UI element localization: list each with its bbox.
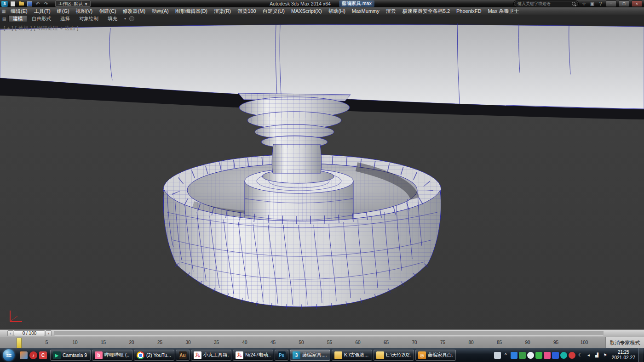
ribbon-tab[interactable]: 建模 — [8, 15, 27, 22]
favorites-icon[interactable]: ☆ — [581, 1, 587, 6]
taskbar-button-youtube-chrome[interactable]: (2) YouTu... — [134, 350, 174, 361]
next-frame-button[interactable]: › — [46, 330, 52, 336]
timeline-tick-label: 85 — [497, 340, 502, 345]
menu-item[interactable]: 帮助(H) — [325, 7, 349, 15]
taskbar: ♪C ▶ Camtasia 9 b 哔哩哔哩 (... (2) YouTu...… — [0, 348, 644, 362]
volume-tray-icon[interactable]: ◄ — [585, 352, 592, 359]
menu-item[interactable]: 渲染(R) — [211, 7, 234, 15]
search-icon[interactable] — [572, 2, 575, 6]
taskbar-button-photoshop[interactable]: Ps — [275, 350, 288, 361]
app-icon: 丸 — [194, 351, 201, 359]
taskbar-buttons: ▶ Camtasia 9 b 哔哩哔哩 (... (2) YouTu... Au… — [50, 350, 456, 361]
printer-tray-icon[interactable] — [494, 352, 501, 359]
track-bar[interactable]: 0510152025303540455055606570758085909510… — [0, 337, 644, 348]
menu-item[interactable]: PhoenixFD — [453, 7, 484, 15]
save-glyph — [27, 1, 32, 6]
ribbon-tab[interactable]: 填充 — [103, 15, 122, 22]
window-title-label: K:\古色教... — [344, 352, 368, 358]
workspace-dropdown[interactable]: 工作区: 默认 ▾ — [55, 0, 91, 7]
new-scene-icon[interactable] — [10, 1, 16, 6]
moon-tray-icon[interactable]: ☾ — [577, 352, 584, 359]
hidden-icons-chevron-icon[interactable]: ^ — [502, 352, 509, 359]
menu-item[interactable]: 编辑(E) — [7, 7, 31, 15]
3ds-max-logo-icon[interactable]: 3 — [1, 1, 8, 7]
ribbon-options-icon[interactable] — [129, 16, 134, 21]
folder-glyph — [19, 2, 24, 6]
open-file-icon[interactable] — [18, 1, 24, 6]
viewport-canvas[interactable] — [0, 22, 644, 329]
save-file-icon[interactable] — [26, 1, 33, 6]
red-app-tray-icon[interactable] — [569, 352, 575, 359]
infocenter-area: ☆ ▣ ? – □ × — [513, 0, 644, 7]
ribbon-menu-icon[interactable]: ▤ — [0, 15, 8, 22]
media-app-icon[interactable] — [20, 351, 28, 359]
maximize-button[interactable]: □ — [619, 0, 629, 7]
menu-item[interactable]: 修改器(M) — [120, 7, 149, 15]
timeline-ticks: 0510152025303540455055606570758085909510… — [0, 337, 644, 348]
qq-tray-icon[interactable] — [527, 352, 534, 359]
redo-icon[interactable]: ↷ — [43, 1, 49, 6]
menu-item[interactable]: 极速瘦身安全备档5.2 — [399, 7, 453, 15]
window-title-label: 小丸工具箱... — [203, 352, 229, 358]
blue-app-tray-icon[interactable] — [552, 352, 559, 359]
current-frame-marker[interactable] — [17, 338, 22, 349]
time-slider-track[interactable] — [54, 331, 604, 336]
menu-bar: ▦ 编辑(E)工具(T)组(G)视图(V)创建(C)修改器(M)动画(A)图形编… — [0, 7, 644, 15]
taskbar-button-no247[interactable]: 丸 №247电动... — [233, 350, 273, 361]
taskbar-button-folder-gusejiao[interactable]: K:\古色教... — [332, 350, 372, 361]
menu-item[interactable]: 组(G) — [54, 7, 73, 15]
menu-item[interactable]: MaxMummy — [349, 7, 383, 15]
menu-item[interactable]: 渲云 — [383, 7, 399, 15]
menu-item[interactable]: MAXScript(X) — [288, 7, 325, 15]
menu-item[interactable]: 自定义(U) — [259, 7, 288, 15]
time-slider-handle[interactable]: 0 / 100 — [14, 330, 45, 336]
taskbar-button-screenshot-tool[interactable]: ◎ 藤编家具白... — [415, 350, 456, 361]
taskbar-button-3dsmax[interactable]: 3 藤编家具.... — [290, 350, 330, 361]
signin-icon[interactable]: ▣ — [589, 1, 595, 6]
taskbar-button-camtasia9[interactable]: ▶ Camtasia 9 — [50, 350, 91, 361]
viewport[interactable]: [ + ] [ 透视 ] [ 明暗处理 + 边面 ] — [0, 22, 644, 329]
quick-launch-icons: ♪C — [20, 351, 47, 359]
undo-icon[interactable]: ↶ — [34, 1, 41, 6]
music-app-icon[interactable]: ♪ — [29, 351, 37, 359]
app-icon: Au — [179, 351, 187, 359]
help-icon[interactable]: ? — [598, 1, 604, 6]
menu-item[interactable]: 渲染100 — [234, 7, 259, 15]
taskbar-button-audition[interactable]: Au — [176, 350, 190, 361]
security-tray-icon[interactable] — [519, 352, 526, 359]
close-button[interactable]: × — [632, 0, 642, 7]
ribbon-tab[interactable]: 选择 — [56, 15, 75, 22]
menu-item[interactable]: 创建(C) — [96, 7, 119, 15]
minimize-button[interactable]: – — [606, 0, 616, 7]
capture-app-icon[interactable]: C — [39, 351, 47, 359]
taskbar-button-xiaowan-toolbox[interactable]: 丸 小丸工具箱... — [191, 350, 231, 361]
system-tray: ^☾◄▟⚑ 21:25 2021-02-27 — [494, 348, 643, 362]
prev-frame-button[interactable]: ‹ — [7, 330, 13, 336]
pink-app-tray-icon[interactable] — [544, 352, 551, 359]
search-input[interactable] — [517, 1, 572, 6]
ribbon-collapse-icon[interactable]: ▾ — [122, 15, 128, 22]
window-title-label: 藤编家具白... — [428, 352, 453, 358]
app-icon: Ps — [278, 351, 286, 359]
menu-item[interactable]: 工具(T) — [31, 7, 54, 15]
start-button[interactable] — [1, 349, 17, 362]
cancel-expert-mode-button[interactable]: 取消专家模式 — [605, 337, 644, 348]
taskbar-clock[interactable]: 21:25 2021-02-27 — [612, 350, 635, 361]
menubar-window-icon[interactable]: ▦ — [0, 9, 7, 14]
menu-item[interactable]: 视图(V) — [73, 7, 96, 15]
snipping-tray-icon[interactable] — [511, 352, 518, 359]
wechat-tray-icon[interactable] — [535, 352, 542, 359]
menu-item[interactable]: 动画(A) — [149, 7, 172, 15]
taskbar-button-bilibili[interactable]: b 哔哩哔哩 (... — [92, 350, 132, 361]
app-icon: ◎ — [418, 351, 426, 359]
ribbon-tab[interactable]: 对象绘制 — [75, 15, 103, 22]
taskbar-button-folder-tianzhu[interactable]: E:\天竹202... — [374, 350, 414, 361]
viewport-label[interactable]: [ + ] [ 透视 ] [ 明暗处理 + 边面 ] — [4, 25, 79, 32]
show-desktop-button[interactable] — [638, 348, 643, 362]
action-center-flag-icon[interactable]: ⚑ — [602, 352, 609, 359]
menu-item[interactable]: 图形编辑器(D) — [172, 7, 211, 15]
teal-app-tray-icon[interactable] — [560, 352, 567, 359]
menu-item[interactable]: Max 杀毒卫士 — [484, 7, 522, 15]
ribbon-tab[interactable]: 自由形式 — [27, 15, 56, 22]
network-tray-icon[interactable]: ▟ — [593, 352, 600, 359]
